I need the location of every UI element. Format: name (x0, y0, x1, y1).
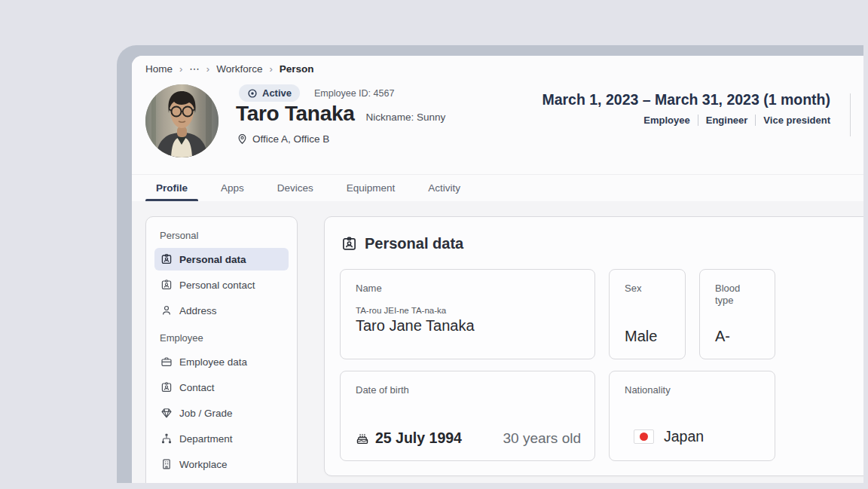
sidebar-item-label: Contact (179, 382, 215, 393)
nationality-card: Nationality Japan (609, 371, 775, 461)
content-area: Personal Personal data Personal conta (132, 201, 863, 483)
sidebar-item-label: Address (179, 305, 217, 316)
tab-apps[interactable]: Apps (210, 175, 255, 201)
org-chart-icon (160, 432, 173, 445)
nationality-value: Japan (664, 428, 704, 445)
name-label: Name (356, 283, 579, 295)
sidebar-section-employee: Employee (160, 332, 289, 344)
sidebar-section-personal: Personal (160, 230, 289, 241)
tab-activity[interactable]: Activity (417, 175, 471, 201)
sex-label: Sex (625, 283, 670, 295)
tab-label: Devices (277, 182, 313, 194)
sidebar-item-label: Department (179, 433, 233, 445)
sidebar-item-department[interactable]: Department (154, 427, 289, 450)
date-of-birth-value: 25 July 1994 (375, 429, 462, 447)
name-row: Taro Tanaka Nickname: Sunny (236, 99, 445, 129)
chevron-right-icon: › (269, 63, 272, 75)
sidebar-item-address[interactable]: Address (154, 299, 289, 322)
blood-type-value: A- (715, 328, 730, 345)
profile-sidebar: Personal Personal data Personal conta (145, 216, 298, 483)
breadcrumb: Home › ⋯ › Workforce › Person (145, 63, 314, 75)
person-icon (160, 304, 173, 316)
profile-header: Home › ⋯ › Workforce › Person (132, 56, 863, 201)
date-of-birth-card: Date of birth (340, 371, 595, 461)
tab-label: Profile (156, 182, 188, 194)
role-item: Employee (643, 115, 697, 126)
id-badge-icon (160, 279, 173, 291)
breadcrumb-workforce[interactable]: Workforce (216, 63, 262, 75)
avatar-photo (145, 84, 219, 157)
nationality-label: Nationality (625, 384, 760, 396)
id-badge-icon (341, 236, 357, 252)
building-icon (160, 458, 173, 470)
tab-devices[interactable]: Devices (267, 175, 324, 201)
breadcrumb-home[interactable]: Home (145, 63, 173, 75)
sidebar-item-label: Personal contact (179, 280, 255, 291)
breadcrumb-ellipsis[interactable]: ⋯ (189, 63, 200, 75)
page-title: Taro Tanaka (236, 99, 355, 129)
tab-equipment[interactable]: Equipment (336, 175, 406, 201)
sidebar-item-employee-data[interactable]: Employee data (154, 350, 289, 373)
period-block: March 1, 2023 – March 31, 2023 (1 month)… (542, 90, 830, 126)
office-location: Office A, Office B (237, 133, 329, 145)
date-of-birth-row: 25 July 1994 30 years old (356, 429, 581, 447)
sidebar-item-label: Job / Grade (179, 408, 233, 419)
panel-title: Personal data (365, 235, 463, 252)
sidebar-item-contact[interactable]: Contact (154, 376, 289, 399)
avatar[interactable] (145, 84, 219, 157)
employee-id: Employee ID: 4567 (314, 88, 394, 99)
sidebar-item-label: Personal data (179, 254, 246, 265)
window-frame: Home › ⋯ › Workforce › Person (117, 45, 863, 483)
blood-type-card: Blood type A- (699, 269, 775, 359)
sidebar-item-workplace[interactable]: Workplace (154, 453, 289, 475)
tab-bar: Profile Apps Devices Equipment Activity (132, 174, 863, 201)
header-divider (850, 93, 851, 136)
blood-type-label: Blood type (715, 283, 748, 307)
chevron-right-icon: › (179, 63, 182, 75)
period-range: March 1, 2023 – March 31, 2023 (1 month) (542, 90, 830, 109)
office-location-label: Office A, Office B (252, 133, 329, 145)
location-pin-icon (237, 133, 248, 145)
name-value: Taro Jane Tanaka (356, 317, 579, 335)
id-badge-icon (160, 381, 173, 393)
sex-value: Male (625, 328, 657, 345)
briefcase-icon (160, 356, 173, 368)
age-value: 30 years old (503, 430, 581, 447)
gem-icon (160, 407, 173, 419)
cards-grid: Name TA-rou JEI-ne TA-na-ka Taro Jane Ta… (340, 269, 863, 461)
date-of-birth-value-group: 25 July 1994 (356, 429, 462, 447)
sidebar-item-personal-contact[interactable]: Personal contact (154, 274, 289, 296)
sidebar-item-label: Workplace (179, 459, 228, 470)
nationality-row: Japan (634, 428, 704, 445)
status-active-icon (247, 88, 258, 99)
tab-label: Apps (221, 182, 244, 194)
personal-data-panel: Personal data Name TA-rou JEI-ne TA-na-k… (324, 216, 863, 476)
sidebar-item-label: Employee data (179, 356, 247, 368)
id-badge-icon (160, 253, 173, 265)
date-of-birth-label: Date of birth (356, 384, 579, 396)
japan-flag-icon (634, 429, 654, 444)
nickname: Nickname: Sunny (366, 112, 446, 123)
panel-header: Personal data (341, 235, 863, 252)
role-item: Engineer (698, 115, 756, 126)
breadcrumb-person: Person (280, 63, 314, 75)
tab-label: Equipment (347, 182, 396, 194)
birthday-cake-icon (356, 432, 369, 445)
sidebar-item-personal-data[interactable]: Personal data (154, 248, 289, 270)
app-window: Home › ⋯ › Workforce › Person (132, 56, 863, 483)
role-item: Vice president (755, 115, 830, 126)
chevron-right-icon: › (206, 63, 209, 75)
status-badge-label: Active (262, 87, 292, 99)
tab-label: Activity (428, 182, 460, 194)
roles-list: Employee Engineer Vice president (542, 115, 830, 126)
sex-card: Sex Male (609, 269, 686, 359)
tab-profile[interactable]: Profile (145, 175, 198, 201)
name-pronunciation: TA-rou JEI-ne TA-na-ka (356, 306, 579, 315)
sidebar-item-job-grade[interactable]: Job / Grade (154, 402, 289, 424)
name-card: Name TA-rou JEI-ne TA-na-ka Taro Jane Ta… (340, 269, 595, 359)
